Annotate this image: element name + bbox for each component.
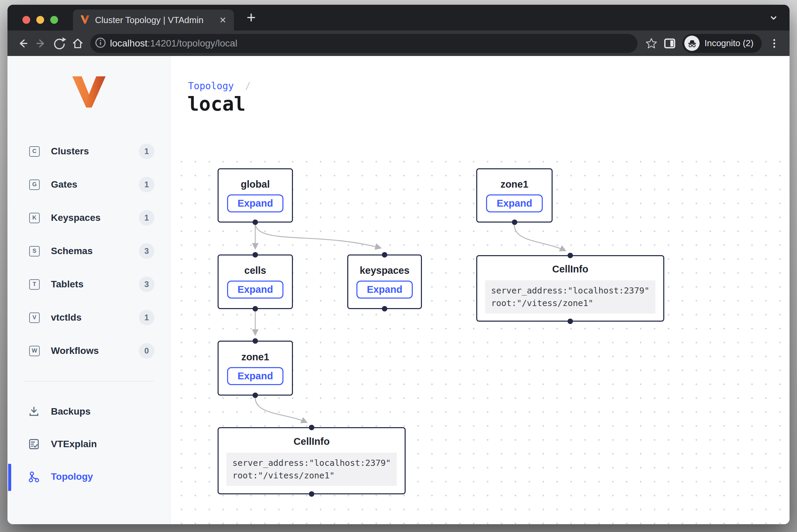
count-badge: 3: [139, 243, 154, 259]
cellinfo-code: server_address:"localhost:2379"root:"/vi…: [226, 453, 397, 486]
count-badge: 1: [139, 210, 154, 226]
backups-icon: [28, 405, 40, 418]
sidebar-item-backups[interactable]: Backups: [7, 395, 170, 428]
close-window-button[interactable]: [22, 16, 30, 24]
new-tab-button[interactable]: +: [242, 9, 260, 26]
sidebar-item-topology[interactable]: Topology: [7, 460, 170, 493]
node-title: zone1: [241, 352, 269, 363]
topology-node-cellinfo-right[interactable]: CellInfoserver_address:"localhost:2379"r…: [476, 255, 664, 322]
sidebar-item-vtexplain[interactable]: VTExplain: [7, 428, 170, 460]
sidebar-item-label: Workflows: [51, 345, 99, 356]
bookmark-star-icon[interactable]: [642, 34, 661, 53]
connection-handle-bottom: [253, 306, 258, 311]
expand-button[interactable]: Expand: [486, 194, 543, 212]
code-line: root:"/vitess/zone1": [491, 297, 650, 309]
sidebar-item-label: Schemas: [51, 246, 93, 256]
side-panel-icon[interactable]: [661, 34, 679, 53]
sidebar-item-label: Tablets: [51, 279, 84, 290]
connection-handle-top: [253, 252, 258, 258]
topology-node-keyspaces[interactable]: keyspacesExpand: [347, 254, 422, 309]
zoom-window-button[interactable]: [50, 16, 58, 24]
sidebar-item-label: Gates: [51, 179, 77, 190]
back-button[interactable]: [14, 34, 32, 53]
expand-button[interactable]: Expand: [227, 194, 284, 212]
gates-icon: G: [29, 179, 40, 190]
sidebar-item-label: Backups: [51, 406, 91, 417]
sidebar-item-workflows[interactable]: WWorkflows0: [7, 334, 170, 367]
sidebar-tools: BackupsVTExplainTopology: [7, 395, 170, 493]
sidebar-item-gates[interactable]: GGates1: [7, 168, 170, 201]
browser-window: Cluster Topology | VTAdmin ✕ + localhost…: [7, 5, 790, 524]
connection-handle-top: [253, 338, 258, 344]
connection-handle-top: [382, 252, 387, 258]
code-line: server_address:"localhost:2379": [491, 284, 650, 297]
sidebar-item-schemas[interactable]: SSchemas3: [7, 234, 170, 268]
content-area: CClusters1GGates1KKeyspaces1SSchemas3TTa…: [7, 56, 790, 524]
minimize-window-button[interactable]: [36, 16, 44, 24]
active-item-indicator: [8, 464, 11, 491]
url-path: :14201/topology/local: [148, 38, 238, 49]
code-line: root:"/vitess/zone1": [233, 469, 391, 482]
url-text: localhost:14201/topology/local: [110, 38, 237, 49]
node-title: keyspaces: [360, 265, 410, 276]
sidebar-item-label: vtctlds: [51, 312, 81, 323]
profile-chip[interactable]: Incognito (2): [682, 34, 762, 53]
code-line: server_address:"localhost:2379": [233, 457, 391, 469]
sidebar-item-label: Keyspaces: [51, 212, 100, 223]
node-title: zone1: [500, 179, 528, 190]
topology-node-cells[interactable]: cellsExpand: [218, 254, 293, 309]
topology-node-cellinfo-bottom[interactable]: CellInfoserver_address:"localhost:2379"r…: [218, 427, 406, 494]
home-button[interactable]: [69, 34, 87, 53]
connection-handle-bottom: [253, 220, 258, 225]
sidebar-item-clusters[interactable]: CClusters1: [7, 135, 170, 168]
window-controls: [22, 16, 58, 24]
workflows-icon: W: [29, 346, 40, 356]
topology-icon: [28, 471, 40, 483]
cellinfo-code: server_address:"localhost:2379"root:"/vi…: [485, 280, 656, 314]
browser-tab[interactable]: Cluster Topology | VTAdmin ✕: [73, 10, 234, 31]
tab-title: Cluster Topology | VTAdmin: [95, 15, 203, 25]
topology-node-zone1-mid[interactable]: zone1Expand: [218, 341, 293, 396]
sidebar: CClusters1GGates1KKeyspaces1SSchemas3TTa…: [7, 56, 170, 524]
expand-button[interactable]: Expand: [227, 367, 284, 385]
tab-strip: Cluster Topology | VTAdmin ✕ +: [7, 5, 790, 31]
site-info-icon[interactable]: [94, 37, 107, 50]
sidebar-item-label: VTExplain: [51, 439, 97, 450]
sidebar-item-label: Clusters: [51, 146, 89, 157]
url-host: localhost: [110, 38, 148, 49]
count-badge: 3: [139, 277, 154, 292]
vitess-favicon-icon: [80, 15, 90, 25]
node-title: CellInfo: [552, 264, 588, 275]
connection-handle-bottom: [309, 491, 314, 497]
node-title: global: [241, 179, 270, 190]
url-bar[interactable]: localhost:14201/topology/local: [90, 34, 637, 53]
connection-handle-bottom: [253, 393, 258, 398]
expand-button[interactable]: Expand: [356, 281, 413, 299]
node-title: CellInfo: [294, 436, 330, 447]
count-badge: 1: [139, 177, 154, 192]
clusters-icon: C: [29, 146, 40, 157]
count-badge: 1: [139, 144, 154, 159]
sidebar-item-tablets[interactable]: TTablets3: [7, 268, 170, 301]
connection-handle-top: [568, 253, 573, 258]
tablets-icon: T: [29, 279, 40, 290]
forward-button[interactable]: [32, 34, 50, 53]
tab-close-icon[interactable]: ✕: [219, 15, 226, 25]
reload-button[interactable]: [50, 34, 69, 53]
topology-node-global[interactable]: globalExpand: [218, 168, 293, 223]
incognito-icon: [684, 36, 700, 51]
incognito-label: Incognito (2): [704, 38, 754, 49]
node-title: cells: [244, 265, 266, 276]
edge-zone1-mid-to-cellinfo-bottom: [255, 398, 307, 422]
sidebar-item-vtctlds[interactable]: Vvtctlds1: [7, 301, 170, 334]
topology-pane: Topology / local globalExpandzone1Expand…: [170, 56, 790, 524]
topology-node-zone1-top[interactable]: zone1Expand: [476, 168, 553, 223]
count-badge: 1: [139, 310, 154, 325]
chevron-down-icon[interactable]: [769, 14, 778, 24]
menu-kebab-icon[interactable]: [765, 34, 783, 53]
connection-handle-bottom: [568, 319, 573, 324]
connection-handle-bottom: [382, 306, 387, 311]
sidebar-item-label: Topology: [51, 471, 93, 482]
sidebar-item-keyspaces[interactable]: KKeyspaces1: [7, 201, 170, 234]
expand-button[interactable]: Expand: [227, 281, 284, 299]
